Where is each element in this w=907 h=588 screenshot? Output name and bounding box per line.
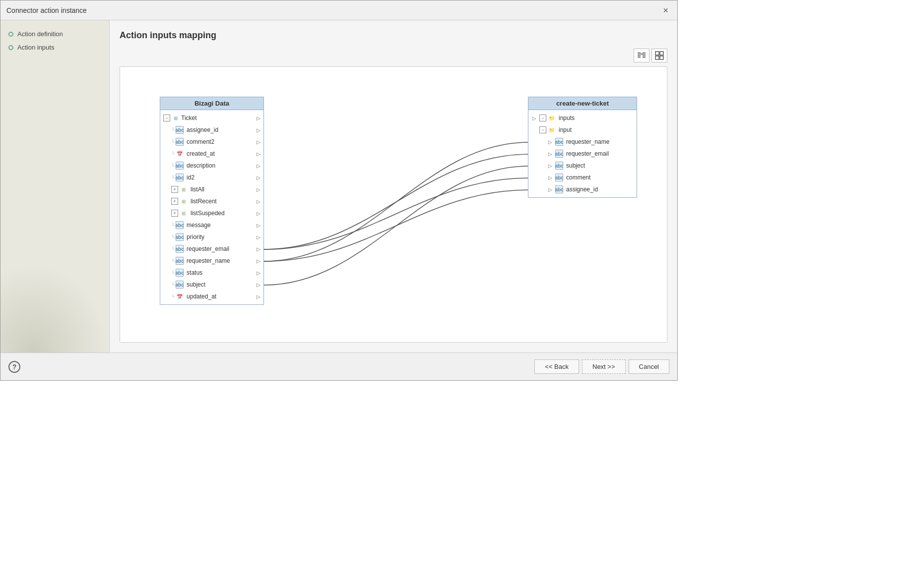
- bullet-icon: [8, 45, 13, 50]
- arrow-left-icon: ▷: [547, 139, 553, 145]
- grid-view-button[interactable]: [651, 49, 667, 62]
- sidebar-item-action-definition[interactable]: Action definition: [8, 30, 101, 38]
- table-row: └ abc status ▷: [160, 267, 263, 279]
- arrow-right-icon: ▷: [256, 222, 261, 228]
- tree-line: └: [171, 175, 175, 180]
- svg-rect-1: [638, 55, 641, 56]
- next-button[interactable]: Next >>: [582, 359, 626, 374]
- row-label: requester_email: [187, 245, 254, 252]
- expand-icon[interactable]: −: [539, 126, 546, 133]
- table-row: + ⊞ listSuspeded ▷: [160, 207, 263, 219]
- expand-icon[interactable]: +: [171, 186, 178, 193]
- list-icon: ⊞: [180, 185, 188, 193]
- row-label: inputs: [559, 115, 635, 121]
- row-label: description: [187, 162, 254, 169]
- list-icon: ⊞: [180, 209, 188, 217]
- arrow-right-icon: ▷: [256, 210, 261, 216]
- mapping-canvas: Bizagi Data − ⊞ Ticket ▷: [120, 66, 667, 343]
- close-button[interactable]: ×: [660, 5, 671, 16]
- abc-icon: abc: [176, 126, 184, 134]
- sidebar-item-action-inputs[interactable]: Action inputs: [8, 44, 101, 51]
- tree-line: └: [171, 163, 175, 169]
- arrow-right-icon: ▷: [256, 151, 261, 157]
- table-row: └ 📅 updated_at ▷: [160, 291, 263, 302]
- svg-rect-11: [660, 56, 663, 59]
- bizagi-table-header: Bizagi Data: [160, 97, 263, 110]
- abc-icon: abc: [555, 185, 563, 193]
- expand-icon[interactable]: +: [171, 198, 178, 205]
- tree-line: └: [171, 294, 175, 299]
- sidebar: Action definition Action inputs: [0, 20, 110, 353]
- row-label: Ticket: [181, 115, 254, 121]
- ticket-table-header: create-new-ticket: [528, 97, 637, 110]
- folder-icon: 📁: [548, 114, 556, 122]
- arrow-right-icon: ▷: [256, 246, 261, 252]
- arrow-right-icon: ▷: [256, 163, 261, 169]
- ticket-table: create-new-ticket ▷ − 📁 inputs: [528, 97, 637, 198]
- tree-line: └: [171, 151, 175, 157]
- sidebar-item-label: Action definition: [17, 30, 63, 38]
- arrow-left-icon: ▷: [547, 163, 553, 169]
- row-label: subject: [187, 281, 254, 288]
- row-label: listRecent: [191, 198, 254, 205]
- abc-icon: abc: [555, 138, 563, 146]
- table-row: + ⊞ listRecent ▷: [160, 195, 263, 207]
- table-row: └ 📅 created_at ▷: [160, 148, 263, 160]
- table-row: └ abc requester_email ▷: [160, 243, 263, 255]
- table-row: └ abc description ▷: [160, 160, 263, 172]
- help-button[interactable]: ?: [8, 361, 20, 373]
- tree-line: └: [171, 258, 175, 264]
- bizagi-table-body: − ⊞ Ticket ▷ └ abc assignee_id: [160, 110, 263, 304]
- tree-line: └: [171, 270, 175, 276]
- expand-icon[interactable]: +: [171, 210, 178, 217]
- abc-icon: abc: [176, 233, 184, 241]
- table-row: ▷ abc comment: [528, 172, 637, 183]
- row-label: created_at: [187, 150, 254, 157]
- row-label: requester_name: [566, 138, 635, 145]
- abc-icon: abc: [176, 257, 184, 265]
- tree-line: └: [171, 282, 175, 288]
- svg-rect-9: [660, 52, 663, 55]
- dialog-footer: ? << Back Next >> Cancel: [0, 353, 677, 380]
- arrow-left-icon: ▷: [547, 151, 553, 157]
- cal-icon: 📅: [176, 150, 184, 158]
- expand-icon[interactable]: −: [539, 115, 546, 121]
- ticket-table-body: ▷ − 📁 inputs − 📁 input: [528, 110, 637, 197]
- row-label: priority: [187, 234, 254, 240]
- abc-icon: abc: [176, 281, 184, 289]
- footer-left: ?: [8, 361, 20, 373]
- row-label: assignee_id: [187, 126, 254, 133]
- cancel-button[interactable]: Cancel: [629, 359, 669, 374]
- row-label: comment: [566, 174, 635, 181]
- footer-right: << Back Next >> Cancel: [534, 359, 669, 374]
- mapping-view-button[interactable]: [634, 49, 649, 62]
- arrow-right-icon: ▷: [256, 270, 261, 276]
- arrow-right-icon: ▷: [256, 294, 261, 299]
- table-row: └ abc assignee_id ▷: [160, 124, 263, 136]
- mapping-icon: [637, 51, 646, 60]
- arrow-left-icon: ▷: [547, 175, 553, 180]
- toolbar: [120, 49, 667, 62]
- abc-icon: abc: [176, 245, 184, 253]
- row-label: updated_at: [187, 293, 254, 300]
- abc-icon: abc: [176, 221, 184, 229]
- table-row: └ abc priority ▷: [160, 231, 263, 243]
- back-button[interactable]: << Back: [534, 359, 579, 374]
- tree-line: └: [171, 127, 175, 133]
- table-row: ▷ abc requester_name: [528, 136, 637, 148]
- table-row: − 📁 input: [528, 124, 637, 136]
- table-row: └ abc id2 ▷: [160, 172, 263, 183]
- mapping-inner: Bizagi Data − ⊞ Ticket ▷: [120, 67, 667, 342]
- row-label: requester_name: [187, 257, 254, 264]
- tree-line: └: [171, 223, 175, 228]
- table-icon: ⊞: [172, 114, 180, 122]
- dialog-title: Connector action instance: [6, 6, 87, 14]
- table-row: ▷ abc assignee_id: [528, 183, 637, 195]
- table-row: ▷ − 📁 inputs: [528, 112, 637, 124]
- expand-icon[interactable]: −: [163, 115, 170, 121]
- list-icon: ⊞: [180, 197, 188, 205]
- row-label: status: [187, 269, 254, 276]
- tree-line: └: [171, 235, 175, 240]
- abc-icon: abc: [176, 138, 184, 146]
- svg-rect-0: [638, 53, 641, 54]
